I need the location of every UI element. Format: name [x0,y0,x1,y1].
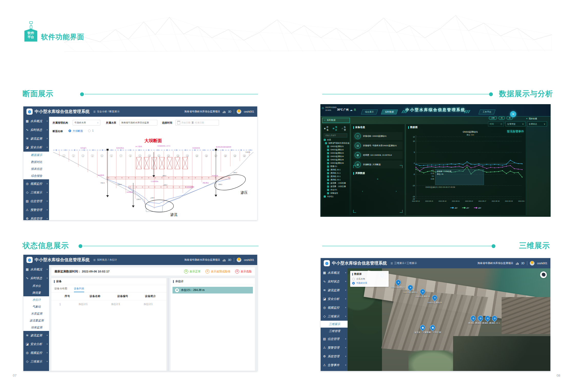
sidebar-item[interactable]: ≋ 渗流监测 ∨ [23,331,49,340]
sidebar-item[interactable]: ▦ 水库概况 ∨ [23,265,49,274]
tree-item[interactable]: ✓ 渗流量：大坝右侧 [322,182,350,185]
tree-item[interactable]: ✓ GNSS监测站02 [322,148,350,152]
select-all-row[interactable]: − 全选 [322,138,350,142]
tree-item[interactable]: ✓ 设备监控 [322,192,350,195]
bar-chart-icon[interactable] [516,262,519,265]
sidebar-item[interactable]: ≋ 渗流监测 ∨ [23,134,49,143]
sidebar-item[interactable]: ◎ 视频监控 ∨ [321,303,348,312]
sidebar-item[interactable]: ◪ 安全分析 ∨ [321,295,348,303]
scrollbar[interactable] [168,278,169,371]
tree-item[interactable]: ✓ 浸润线 21-1 [322,172,350,175]
tree-footer-node[interactable]: ✓ 11(0台) [322,195,350,198]
sidebar-item[interactable]: 三维管理 [321,328,348,335]
granularity-button[interactable]: 小时 [489,116,497,120]
sidebar-item[interactable]: 水位计 [23,296,49,303]
favorites-button[interactable]: ✦ 我的收藏 [526,117,537,120]
tree-item[interactable]: ✓ GNSS监测站01 [322,145,350,148]
compass-widget[interactable] [540,271,547,278]
gauge-value-row[interactable]: ✣ 水位计1：264.39 m [173,287,253,293]
prev-icon[interactable]: ‹ [362,190,363,193]
org-select[interactable]: 牛路岭水库∨ [73,120,100,125]
realtime-data-left-tab[interactable]: +实时数据 [322,118,350,123]
alarm-status-dropdown[interactable]: 告警状态∨ [527,121,547,126]
sidebar-item[interactable]: ◇ 三维展示 ∧ [321,312,348,321]
avatar[interactable] [237,258,241,262]
project-tree-node[interactable]: ✓ 海南省牛路岭水库综合监测项目(1台) [322,142,350,145]
datasource-option-2[interactable]: 牛路岭水库 [352,281,387,285]
sidebar-item[interactable]: ◪ 安全分析 ∧ [23,143,49,152]
menu-icon[interactable]: ☰ [391,262,393,265]
reservoir-input[interactable]: 海南省牛路岭水库综合监测 [119,120,157,125]
granularity-button[interactable]: 日 [499,116,505,120]
avatar[interactable] [530,261,534,266]
sidebar-item[interactable]: ◪ 安全分析 ∨ [23,340,49,348]
tree-item[interactable]: ✓ GNSS监测站04 [322,155,350,158]
sidebar-item[interactable]: 断面展示 [23,152,49,159]
sidebar-item[interactable]: ⚠ 预警管理 ∨ [23,205,49,214]
sidebar-item[interactable]: ∿ 实时状态 ∨ [23,125,49,134]
mode-3d-button[interactable]: 3D [228,110,231,113]
legend-item[interactable]: ΔH [474,207,481,209]
section-radio-label[interactable]: 大坝断面 [73,129,83,133]
tree-item[interactable]: ✓ 渗流量：大坝左侧 [322,185,350,188]
tree-item[interactable]: ✓ GNSS监测站03 [322,152,350,155]
tree-tab[interactable]: ▣ 设备 [324,126,330,131]
section-radio-2[interactable] [88,130,91,132]
tree-item[interactable]: ✓ 浸润线 20-1 [322,168,350,172]
sidebar-item[interactable]: 气象站 [23,303,49,310]
tree-item[interactable]: ✓ 水位计1 [322,188,350,192]
sidebar-item[interactable]: 报表信息 [23,165,49,172]
sidebar-item[interactable]: ⚠ 告警事件 ∨ [321,361,348,369]
tree-item[interactable]: ✓ 浸润线 23-1 [322,178,350,182]
sidebar-item[interactable]: 库水位 [23,282,49,289]
sidebar-item[interactable]: 降雨量 [23,289,49,296]
sidebar-item[interactable]: 数据对比 [23,159,49,165]
menu-icon[interactable]: ☰ [93,110,96,113]
sidebar-item[interactable]: ∿ 实时状态 ∧ [23,274,49,282]
mode-3d-button[interactable]: 3D [521,262,524,265]
time-filter-button[interactable]: 时间◷ [488,121,504,126]
mode-3d-button[interactable]: 3D [228,259,231,261]
next-icon[interactable]: › [396,190,397,193]
aerial-3d-scene[interactable]: 数据源 企石水闸 牛路岭水库 ✶ GNSS监测站01 ✶ [348,268,550,371]
tab-device-list[interactable]: 设备列表 [74,287,84,292]
table-row[interactable]: 1水位计1水位计1水位计1 [51,300,166,308]
tree-item[interactable]: ✓ GNSS监测站05 [322,158,350,162]
sidebar-item[interactable]: ∿ 实时状态 ∨ [321,277,348,286]
alarm-type-dropdown[interactable]: 告警类型∨ [505,121,525,126]
bar-chart-icon[interactable] [223,110,226,113]
bar-chart-icon[interactable] [223,259,226,261]
sidebar-item[interactable]: 坝体监测 [23,324,49,331]
tree-item[interactable]: ✓ 浸润线 22-1 [322,175,350,178]
sidebar-item[interactable]: 综合报告 [23,172,49,179]
legend-item[interactable]: ΔY [462,207,469,209]
date-range-picker[interactable]: 开始日期 至 结束日期 [175,120,219,125]
avatar[interactable] [237,109,241,114]
sidebar-item[interactable]: ▦ 水库概况 ∨ [321,268,348,277]
tree-tab[interactable]: ⚠ 告警 [341,126,348,131]
tree-item[interactable]: ✓ 雨量计1 [322,165,350,168]
sidebar-item[interactable]: 水质监测 [23,310,49,317]
tree-item[interactable]: ✓ GNSS监测站06 [322,162,350,165]
tab-device-map[interactable]: 设备分布图 [54,287,67,290]
section-radio-selected[interactable] [69,130,71,132]
sidebar-item[interactable]: 三维展示 [321,321,348,328]
collapse-icon[interactable]: « [377,178,378,180]
sidebar-item[interactable]: ⚙ 系统管理 ∨ [23,214,49,220]
sidebar-item[interactable]: ▤ 信息管理 ∨ [23,197,49,205]
section-radio-2-label[interactable]: 1 [92,129,94,132]
datasource-option-1[interactable]: 企石水闸 [352,277,387,281]
sidebar-item[interactable]: ▦ 水库概况 ∨ [23,117,49,125]
sidebar-item[interactable]: ◇ 三维展示 ∨ [23,357,49,366]
menu-icon[interactable]: ☰ [93,259,96,261]
sidebar-item[interactable]: ⚠ 预警管理 ∨ [321,343,348,352]
sidebar-item[interactable]: ≋ 渗流监测 ∨ [321,286,348,295]
tree-tab[interactable]: ▤ 项目 [333,126,339,131]
sidebar-item[interactable]: ◎ 视频监控 ∨ [23,179,49,188]
sidebar-item[interactable]: 渗流量监测 [23,317,49,324]
tab-workbench[interactable]: 工作平台 [479,110,495,114]
sidebar-item[interactable]: ◇ 三维展示 ∨ [23,188,49,197]
sidebar-item[interactable]: ⚙ 系统管理 ∨ [321,352,348,361]
sidebar-item[interactable]: ◎ 视频监控 ∨ [23,348,49,357]
close-icon[interactable]: ✕ [510,111,516,117]
